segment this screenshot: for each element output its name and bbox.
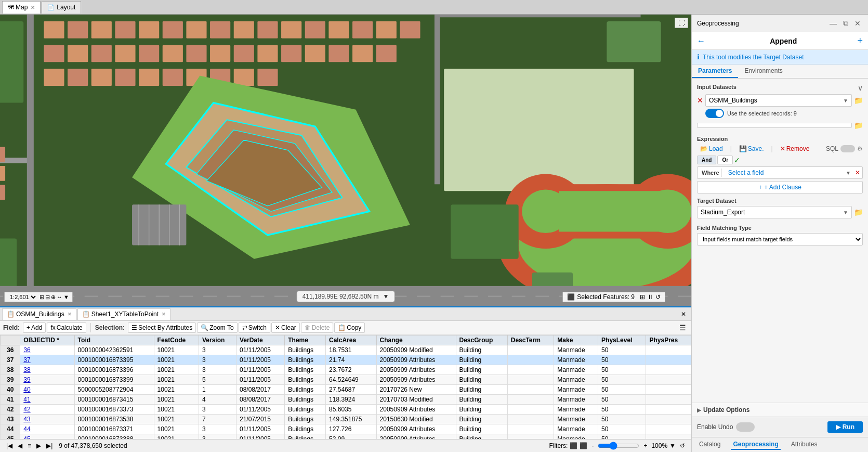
clear-button[interactable]: ✕ Clear <box>271 322 300 333</box>
panel-expand-button[interactable]: ⧉ <box>841 18 850 29</box>
delete-button[interactable]: 🗑 Delete <box>301 322 334 333</box>
zoom-to-button[interactable]: 🔍 Zoom To <box>197 322 237 333</box>
table-row[interactable]: 39 39 0001000016873399 10021 5 01/11/200… <box>1 375 691 385</box>
folder-icon-2[interactable]: 📁 <box>854 121 863 130</box>
tab-osmm-buildings[interactable]: 📋 OSMM_Buildings ✕ <box>2 308 76 320</box>
where-clear-button[interactable]: ✕ <box>855 169 860 176</box>
col-physlevel-header[interactable]: PhysLevel <box>598 335 646 345</box>
filter-decrease[interactable]: - <box>589 441 596 450</box>
table-panel-close[interactable]: ✕ <box>678 309 689 319</box>
zoom-dropdown[interactable]: ▼ <box>669 442 676 449</box>
save-expression-button[interactable]: 💾 Save. <box>736 144 767 153</box>
refresh-icon[interactable]: ↺ <box>655 293 661 301</box>
svg-rect-23 <box>352 21 373 38</box>
tab-parameters[interactable]: Parameters <box>692 64 738 78</box>
col-calcarea-header[interactable]: CalcArea <box>326 335 377 345</box>
geoprocessing-tab[interactable]: Geoprocessing <box>731 440 780 450</box>
table-row[interactable]: 42 42 0001000016873373 10021 3 01/11/200… <box>1 405 691 415</box>
tab-environments[interactable]: Environments <box>738 64 788 78</box>
tab-map[interactable]: 🗺 Map ✕ <box>2 1 41 14</box>
second-dataset-field[interactable] <box>697 123 852 128</box>
tab-osmm-close[interactable]: ✕ <box>68 312 72 317</box>
col-objectid-header[interactable]: OBJECTID * <box>20 335 74 345</box>
col-toid-header[interactable]: Toid <box>74 335 154 345</box>
folder-icon-3[interactable]: 📁 <box>854 208 863 216</box>
tab-map-close[interactable]: ✕ <box>31 5 35 10</box>
table-row[interactable]: 40 40 5000005208772904 10021 1 08/08/201… <box>1 385 691 395</box>
folder-icon-1[interactable]: 📁 <box>854 96 863 105</box>
panel-close-button[interactable]: ✕ <box>852 18 863 29</box>
table-row[interactable]: 45 45 0001000016873388 10021 3 01/11/200… <box>1 434 691 440</box>
descterm-cell <box>507 375 554 385</box>
table-row[interactable]: 43 43 0001000016873538 10021 7 21/07/201… <box>1 415 691 424</box>
col-theme-header[interactable]: Theme <box>285 335 326 345</box>
add-clause-button[interactable]: + + Add Clause <box>697 181 863 193</box>
where-field-select[interactable]: Select a field ▼ <box>726 168 853 177</box>
map-collapse-btn[interactable]: ⛶ <box>675 18 688 28</box>
table-row[interactable]: 44 44 0001000016873371 10021 3 01/11/200… <box>1 424 691 434</box>
table-refresh-button[interactable]: ↺ <box>678 441 687 450</box>
data-table-wrapper[interactable]: OBJECTID * Toid FeatCode Version VerDate… <box>0 335 691 439</box>
input-dataset-field[interactable]: OSMM_Buildings ▼ <box>705 94 852 107</box>
copy-button[interactable]: 📋 Copy <box>334 322 365 333</box>
table-row[interactable]: 37 37 0001000016873395 10021 3 01/11/200… <box>1 355 691 365</box>
input-datasets-section: Input Datasets ∨ ✕ OSMM_Buildings ▼ 📁 Us… <box>697 84 863 130</box>
enable-undo-toggle[interactable] <box>736 422 755 432</box>
tab-sheet1-close[interactable]: ✕ <box>162 312 166 317</box>
switch-button[interactable]: ⇄ Switch <box>239 322 270 333</box>
catalog-tab[interactable]: Catalog <box>697 440 722 450</box>
zoom-slider[interactable] <box>598 442 639 450</box>
col-make-header[interactable]: Make <box>554 335 598 345</box>
remove-expression-button[interactable]: ✕ Remove <box>777 144 813 153</box>
col-verdate-header[interactable]: VerDate <box>236 335 284 345</box>
first-page-button[interactable]: |◀ <box>4 441 15 450</box>
physlevel-cell: 50 <box>598 375 646 385</box>
col-change-header[interactable]: Change <box>376 335 456 345</box>
coordinates-dropdown[interactable]: ▼ <box>383 293 389 300</box>
map-container[interactable]: 411,189.99E 92,692.50N m ▼ 1:2,601 ⊞ ⊟ ⊕… <box>0 15 691 306</box>
remove-dataset-button[interactable]: ✕ <box>697 96 703 105</box>
table-row[interactable]: 38 38 0001000016873396 10021 3 01/11/200… <box>1 365 691 375</box>
update-options-section[interactable]: ▶ Update Options <box>692 403 868 417</box>
map-scale-select[interactable]: 1:2,601 <box>8 293 37 301</box>
version-cell: 1 <box>199 385 236 395</box>
gear-icon[interactable]: ⚙ <box>857 145 863 152</box>
field-matching-select[interactable]: Input fields must match target fields <box>697 233 863 246</box>
calculate-button[interactable]: fx Calculate <box>47 322 86 333</box>
run-button[interactable]: ▶ Run <box>827 421 863 433</box>
col-featcode-header[interactable]: FeatCode <box>154 335 199 345</box>
target-dataset-field[interactable]: Stadium_Export ▼ <box>697 206 852 218</box>
toolbar-menu-button[interactable]: ☰ <box>677 322 688 333</box>
load-expression-button[interactable]: 📂 Load <box>697 144 726 153</box>
verdate-cell: 01/11/2005 <box>236 365 284 375</box>
prev-page-button[interactable]: ◀ <box>16 441 24 450</box>
filters-label: Filters: <box>549 442 568 449</box>
panel-minimize-button[interactable]: — <box>827 18 839 29</box>
col-descgroup-header[interactable]: DescGroup <box>456 335 507 345</box>
expr-and-button[interactable]: And <box>697 156 716 164</box>
col-physpres-header[interactable]: PhysPres <box>646 335 691 345</box>
use-selected-toggle[interactable] <box>705 109 724 118</box>
next-page-button[interactable]: ▶ <box>34 441 43 450</box>
panel-add-button[interactable]: + <box>857 35 863 46</box>
sql-switch-button[interactable] <box>840 145 855 152</box>
change-cell: 20170703 Modified <box>376 395 456 405</box>
tab-layout[interactable]: 📄 Layout <box>42 1 81 14</box>
last-page-button[interactable]: ▶| <box>44 441 55 450</box>
coordinates-display: 411,189.99E 92,692.50N m <box>303 293 379 300</box>
tab-sheet1[interactable]: 📋 Sheet1_XYTableToPoint ✕ <box>77 308 170 320</box>
input-datasets-expand[interactable]: ∨ <box>858 84 863 92</box>
table-row[interactable]: 36 36 0001000042362591 10021 3 01/11/200… <box>1 345 691 355</box>
filter-increase[interactable]: + <box>641 441 649 450</box>
add-field-button[interactable]: + Add <box>23 322 46 333</box>
expr-check-icon[interactable]: ✓ <box>734 156 740 164</box>
select-by-attributes-button[interactable]: ☰ Select By Attributes <box>128 322 196 333</box>
col-descterm-header[interactable]: DescTerm <box>507 335 554 345</box>
expr-or-button[interactable]: Or <box>717 156 733 164</box>
attributes-tab[interactable]: Attributes <box>789 440 820 450</box>
panel-back-button[interactable]: ← <box>697 36 705 46</box>
svg-rect-43 <box>91 69 112 86</box>
table-row[interactable]: 41 41 0001000016873415 10021 4 08/08/201… <box>1 395 691 405</box>
col-version-header[interactable]: Version <box>199 335 236 345</box>
expression-controls: And Or ✓ <box>697 156 863 164</box>
